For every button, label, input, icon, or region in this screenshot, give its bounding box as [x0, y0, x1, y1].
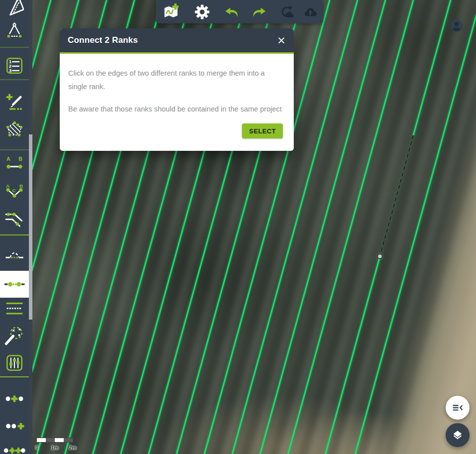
- upload-button[interactable]: [299, 0, 323, 23]
- sidebar-scrollbar[interactable]: [29, 0, 32, 454]
- multi-rows-icon: [4, 300, 24, 320]
- layers-icon: [452, 429, 464, 441]
- rank-acb-icon: A B C: [4, 182, 24, 202]
- rank-line[interactable]: [32, 0, 52, 454]
- ruler-icon: [5, 0, 24, 15]
- tool-append-point[interactable]: [0, 413, 29, 440]
- rank-line[interactable]: [380, 135, 413, 256]
- new-project-button[interactable]: [156, 0, 187, 23]
- rank-line[interactable]: [413, 0, 452, 135]
- sidebar-scrollbar-thumb[interactable]: [29, 134, 32, 320]
- undo-button[interactable]: [218, 0, 245, 23]
- hatched-polygon-icon: [5, 120, 24, 139]
- sidebar-divider: [0, 79, 29, 80]
- numbered-list-icon: 1 2 3: [4, 56, 24, 76]
- connect-ranks-dialog: Connect 2 Ranks × Click on the edges of …: [60, 28, 294, 151]
- tool-add-drawing[interactable]: [0, 89, 29, 115]
- gear-icon: [195, 4, 210, 19]
- sidebar-divider: [0, 234, 29, 235]
- dialog-header: Connect 2 Ranks ×: [60, 28, 294, 54]
- svg-text:B: B: [18, 156, 22, 162]
- dialog-title: Connect 2 Ranks: [68, 35, 138, 45]
- rank-line[interactable]: [354, 0, 476, 454]
- rank-endpoint-dot[interactable]: [378, 254, 382, 259]
- layers-button[interactable]: [446, 423, 470, 447]
- svg-text:3: 3: [9, 68, 12, 73]
- close-icon[interactable]: ×: [274, 33, 289, 48]
- tool-rank-a-c-b[interactable]: A B C: [0, 178, 29, 205]
- map-add-icon: [163, 3, 180, 20]
- tool-insert-points-both[interactable]: [0, 437, 29, 454]
- svg-text:A: A: [6, 156, 10, 162]
- main-toolbar: [156, 0, 323, 23]
- tool-insert-point-between[interactable]: [0, 385, 29, 412]
- connect-ranks-icon: [3, 273, 25, 295]
- cloud-sync-icon: [279, 5, 294, 19]
- map-scale-bar: 0 1m 2m: [36, 438, 73, 443]
- tool-connect-ranks[interactable]: [0, 271, 29, 298]
- dot-dot-plus-icon: [4, 416, 25, 437]
- magic-wand-icon: [4, 326, 25, 346]
- rank-ab-icon: A B: [4, 154, 24, 174]
- redo-button[interactable]: [245, 0, 273, 23]
- account-icon: [450, 19, 464, 33]
- offset-lines-icon: [4, 209, 24, 229]
- list-collapse-icon: [451, 401, 464, 414]
- undo-arrow-icon: [224, 5, 239, 18]
- dialog-body: Click on the edges of two different rank…: [60, 54, 294, 115]
- dot-plus-dot-icon: [4, 388, 25, 409]
- tool-adjust-sliders[interactable]: [0, 349, 29, 376]
- tool-multi-rows[interactable]: [0, 296, 29, 323]
- compass-icon: [5, 21, 23, 39]
- account-button[interactable]: [450, 19, 464, 33]
- sidebar-divider: [0, 376, 29, 377]
- select-button[interactable]: SELECT: [242, 123, 283, 138]
- sidebar-divider: [0, 149, 29, 150]
- tool-offset-lines[interactable]: [0, 206, 29, 232]
- svg-text:B: B: [19, 183, 23, 189]
- hide-list-button[interactable]: [446, 396, 470, 420]
- tool-rank-a-b[interactable]: A B: [0, 151, 29, 178]
- scale-label-2m: 2m: [69, 445, 76, 451]
- tool-magic-wand[interactable]: [0, 323, 29, 349]
- svg-text:A: A: [6, 183, 9, 189]
- scale-label-1m: 1m: [51, 445, 58, 451]
- dot-plus-plus-dot-icon: [3, 440, 25, 454]
- sidebar-divider: [0, 47, 29, 48]
- settings-button[interactable]: [188, 0, 217, 23]
- dialog-text-1: Click on the edges of two different rank…: [68, 67, 285, 94]
- arc-icon: [4, 244, 24, 264]
- scale-label-0: 0: [35, 445, 38, 451]
- scale-segments: [36, 438, 73, 443]
- svg-text:C: C: [12, 188, 16, 193]
- pencil-add-icon: [5, 93, 24, 112]
- rank-line[interactable]: [286, 0, 415, 454]
- sync-button[interactable]: [274, 0, 299, 23]
- dialog-text-2: Be aware that those ranks should be cont…: [68, 103, 285, 116]
- cloud-upload-icon: [304, 6, 319, 18]
- tool-sidebar: 1 2 3: [0, 0, 29, 454]
- rank-line[interactable]: [324, 256, 380, 454]
- tool-numbered-list[interactable]: 1 2 3: [0, 52, 29, 79]
- tool-arc[interactable]: [0, 240, 29, 267]
- tool-polygon-area[interactable]: [0, 116, 29, 143]
- sliders-icon: [4, 353, 24, 373]
- tool-measure-compass[interactable]: [0, 16, 29, 43]
- redo-arrow-icon: [252, 5, 267, 18]
